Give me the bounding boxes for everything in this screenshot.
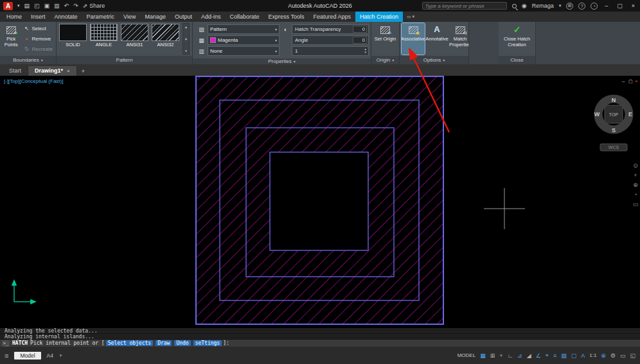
autocad-logo-icon[interactable]: A xyxy=(3,2,13,10)
select-boundary-button[interactable]: ↖ Select xyxy=(22,26,54,31)
grid-icon[interactable]: ▦ xyxy=(480,352,486,359)
search-input[interactable] xyxy=(422,2,507,10)
annotation-scale-button[interactable]: 1:1 xyxy=(589,352,596,358)
zoom-icon[interactable]: ⊕ xyxy=(633,182,638,188)
plot-icon[interactable]: ▥ xyxy=(54,0,60,12)
scroll-down-icon[interactable]: ▼ xyxy=(184,37,188,41)
option-settings[interactable]: seTtings xyxy=(193,340,222,346)
tab-output[interactable]: Output xyxy=(170,12,197,22)
dynamic-input-icon[interactable]: + xyxy=(499,352,502,359)
hatch-color-dropdown[interactable]: Magenta ▾ xyxy=(208,35,280,45)
tab-view[interactable]: View xyxy=(119,12,140,22)
pan-icon[interactable]: + xyxy=(634,172,637,178)
options-panel-label[interactable]: Options ▾ xyxy=(400,56,468,64)
app-store-icon[interactable]: ⊞ xyxy=(566,3,573,10)
pattern-swatch-solid[interactable]: SOLID xyxy=(58,24,87,48)
tab-home[interactable]: Home xyxy=(2,12,26,22)
transparency-icon[interactable]: ▨ xyxy=(561,352,567,359)
origin-panel-label[interactable]: Origin ▾ xyxy=(371,56,399,64)
object-snap-tracking-icon[interactable]: ∠ xyxy=(536,352,541,359)
pick-points-button[interactable]: + Pick Points xyxy=(2,23,21,55)
minimize-button[interactable]: – xyxy=(603,3,610,9)
pattern-gallery-scrollbar[interactable]: ▲ ▼ ▾ xyxy=(182,23,190,55)
boundaries-panel-label[interactable]: Boundaries ▾ xyxy=(0,56,56,64)
pattern-swatch-angle[interactable]: ANGLE xyxy=(89,24,118,48)
option-draw[interactable]: Draw xyxy=(156,340,172,346)
new-icon[interactable]: ▤ xyxy=(24,0,30,12)
hatch-scale-field[interactable]: 1 ▲ ▼ xyxy=(292,46,369,56)
associative-button[interactable]: ★ Associative xyxy=(402,23,425,55)
annotation-visibility-icon[interactable]: A xyxy=(581,352,585,359)
tab-annotate[interactable]: Annotate xyxy=(50,12,82,22)
navigation-wheel-icon[interactable]: ⊙ xyxy=(633,162,638,169)
drawing-viewport[interactable]: [-][Top][Conceptual (Fast)] – ▢ × N W S … xyxy=(0,76,640,327)
help-icon[interactable]: ? xyxy=(578,3,585,10)
annotation-monitor-icon[interactable]: ▭ xyxy=(620,352,626,359)
viewport-controls[interactable]: [-][Top][Conceptual (Fast)] xyxy=(4,78,63,84)
new-layout-button[interactable]: + xyxy=(59,352,62,359)
viewport-restore-icon[interactable]: ▢ xyxy=(628,79,633,83)
scroll-up-icon[interactable]: ▲ xyxy=(184,25,188,29)
tab-insert[interactable]: Insert xyxy=(26,12,50,22)
user-menu-arrow-icon[interactable]: ▾ xyxy=(559,0,562,12)
snap-mode-icon[interactable]: ⊞ xyxy=(490,352,495,359)
navigation-bar[interactable]: ⊙ + ⊕ ◔ ▭ xyxy=(633,162,639,207)
lineweight-icon[interactable]: ≡ xyxy=(553,352,556,359)
notification-bell-icon[interactable]: ◔ xyxy=(591,3,598,10)
tab-start[interactable]: Start xyxy=(3,66,28,76)
save-icon[interactable]: ▣ xyxy=(44,0,50,12)
selection-cycling-icon[interactable]: ▢ xyxy=(571,352,577,359)
workspace-settings-icon[interactable]: ⚙ xyxy=(610,352,616,359)
new-drawing-tab-button[interactable]: + xyxy=(77,67,89,76)
hatch-type-dropdown[interactable]: Pattern ▾ xyxy=(208,24,280,34)
background-color-dropdown[interactable]: None ▾ xyxy=(208,46,280,56)
polar-tracking-icon[interactable]: ⊿ xyxy=(517,352,522,359)
tab-manage[interactable]: Manage xyxy=(140,12,170,22)
search-icon[interactable] xyxy=(512,4,517,8)
share-button[interactable]: ⇗ Share xyxy=(83,0,105,12)
command-prompt[interactable]: >_ HATCH Pick internal point or [Select … xyxy=(0,340,640,347)
model-layout-tab[interactable]: Model xyxy=(14,352,40,360)
clean-screen-icon[interactable]: ◱ xyxy=(630,352,636,359)
layout-a4-tab[interactable]: A4 xyxy=(47,352,53,359)
gallery-expand-icon[interactable]: ▾ xyxy=(185,49,187,53)
hatch-transparency-field[interactable]: Hatch Transparency 0 xyxy=(292,24,369,34)
open-icon[interactable]: ◰ xyxy=(34,0,40,12)
redo-icon[interactable]: ↷ xyxy=(73,0,78,12)
close-tab-icon[interactable]: × xyxy=(67,68,70,74)
autoscale-icon[interactable]: ⊕ xyxy=(601,352,606,359)
option-undo[interactable]: Undo xyxy=(174,340,190,346)
viewport-close-icon[interactable]: × xyxy=(635,78,638,84)
viewcube-south[interactable]: S xyxy=(612,127,616,134)
viewport-minimize-icon[interactable]: – xyxy=(622,78,625,84)
angle-value[interactable]: 0 xyxy=(353,37,367,44)
close-hatch-creation-button[interactable]: ✓ Close Hatch Creation xyxy=(501,23,533,55)
layout-menu-icon[interactable]: ≡ xyxy=(4,352,8,360)
ortho-mode-icon[interactable]: ∟ xyxy=(507,352,513,359)
undo-icon[interactable]: ↶ xyxy=(64,0,69,12)
app-menu-arrow-icon[interactable]: ▾ xyxy=(17,0,20,12)
model-space-toggle[interactable]: MODEL xyxy=(458,352,476,358)
isometric-drafting-icon[interactable]: ◢ xyxy=(527,352,531,359)
spin-down-icon[interactable]: ▼ xyxy=(364,51,367,55)
tab-drawing1[interactable]: Drawing1* × xyxy=(28,66,77,76)
ribbon-collapse-button[interactable]: ▭ ▾ xyxy=(407,14,414,19)
pattern-swatch-ansi31[interactable]: ANSI31 xyxy=(120,24,149,48)
tab-featured-apps[interactable]: Featured Apps xyxy=(308,12,355,22)
pattern-swatch-ansi32[interactable]: ANSI32 xyxy=(151,24,180,48)
match-properties-button[interactable]: / Match Properties xyxy=(449,23,471,55)
option-select-objects[interactable]: Select objects xyxy=(106,340,153,346)
properties-panel-label[interactable]: Properties ▾ xyxy=(193,58,371,64)
tab-hatch-creation[interactable]: Hatch Creation xyxy=(355,12,403,22)
tab-express-tools[interactable]: Express Tools xyxy=(264,12,309,22)
close-button[interactable]: × xyxy=(630,3,637,9)
scale-spinner[interactable]: ▲ ▼ xyxy=(364,48,367,55)
orbit-icon[interactable]: ◔ xyxy=(634,191,637,198)
set-origin-button[interactable]: + Set Origin xyxy=(374,23,397,55)
annotative-button[interactable]: A Annotative xyxy=(427,23,447,55)
tab-add-ins[interactable]: Add-ins xyxy=(197,12,226,22)
pattern-panel-label[interactable]: Pattern xyxy=(57,56,192,64)
tab-collaborate[interactable]: Collaborate xyxy=(226,12,264,22)
scale-value[interactable]: 1 xyxy=(295,48,298,54)
viewcube-east[interactable]: E xyxy=(628,111,632,117)
